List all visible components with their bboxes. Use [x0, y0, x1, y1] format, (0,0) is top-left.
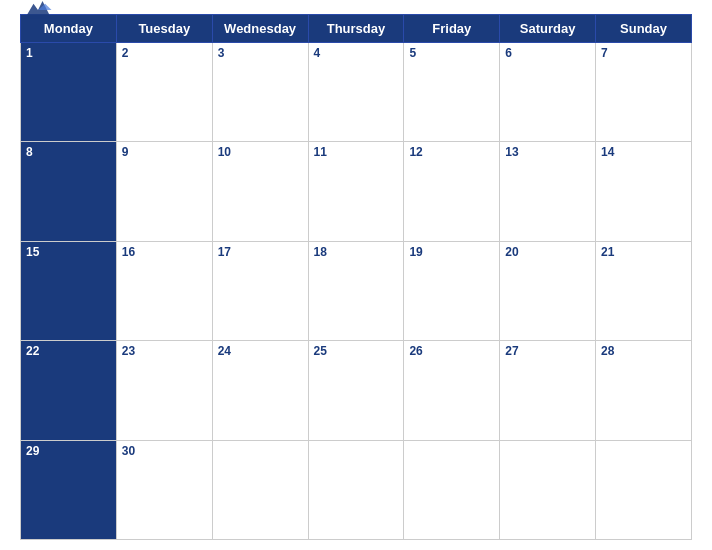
calendar-day-cell: 26: [404, 341, 500, 440]
day-number: 15: [26, 245, 39, 259]
calendar-week-row: 15161718192021: [21, 241, 692, 340]
calendar-day-cell: 25: [308, 341, 404, 440]
day-number: 23: [122, 344, 135, 358]
calendar-day-cell: 8: [21, 142, 117, 241]
logo: [20, 0, 56, 24]
day-number: 7: [601, 46, 608, 60]
calendar-day-cell: 10: [212, 142, 308, 241]
day-number: 27: [505, 344, 518, 358]
calendar-day-cell: 19: [404, 241, 500, 340]
calendar-header-row: MondayTuesdayWednesdayThursdayFridaySatu…: [21, 15, 692, 43]
day-number: 4: [314, 46, 321, 60]
calendar-week-row: 891011121314: [21, 142, 692, 241]
calendar-week-row: 1234567: [21, 43, 692, 142]
day-number: 10: [218, 145, 231, 159]
day-number: 19: [409, 245, 422, 259]
day-number: 13: [505, 145, 518, 159]
day-number: 21: [601, 245, 614, 259]
day-header-tuesday: Tuesday: [116, 15, 212, 43]
calendar-day-cell: 27: [500, 341, 596, 440]
day-number: 12: [409, 145, 422, 159]
calendar-day-cell: 1: [21, 43, 117, 142]
calendar-day-cell: 22: [21, 341, 117, 440]
day-number: 2: [122, 46, 129, 60]
calendar-day-cell: 16: [116, 241, 212, 340]
day-number: 17: [218, 245, 231, 259]
day-header-thursday: Thursday: [308, 15, 404, 43]
calendar-day-cell: [404, 440, 500, 539]
day-number: 6: [505, 46, 512, 60]
day-header-friday: Friday: [404, 15, 500, 43]
calendar-day-cell: 13: [500, 142, 596, 241]
day-number: 26: [409, 344, 422, 358]
day-number: 1: [26, 46, 33, 60]
calendar-day-cell: 29: [21, 440, 117, 539]
day-number: 3: [218, 46, 225, 60]
calendar-day-cell: [500, 440, 596, 539]
calendar-day-cell: 18: [308, 241, 404, 340]
calendar-day-cell: 21: [596, 241, 692, 340]
day-number: 24: [218, 344, 231, 358]
day-number: 25: [314, 344, 327, 358]
calendar-day-cell: [212, 440, 308, 539]
calendar-day-cell: 15: [21, 241, 117, 340]
calendar-day-cell: 3: [212, 43, 308, 142]
day-header-saturday: Saturday: [500, 15, 596, 43]
calendar-day-cell: 11: [308, 142, 404, 241]
calendar-day-cell: 5: [404, 43, 500, 142]
day-number: 22: [26, 344, 39, 358]
calendar-day-cell: 7: [596, 43, 692, 142]
day-number: 30: [122, 444, 135, 458]
calendar-day-cell: [596, 440, 692, 539]
day-number: 14: [601, 145, 614, 159]
calendar-table: MondayTuesdayWednesdayThursdayFridaySatu…: [20, 14, 692, 540]
day-number: 16: [122, 245, 135, 259]
calendar-day-cell: [308, 440, 404, 539]
calendar-day-cell: 4: [308, 43, 404, 142]
day-number: 11: [314, 145, 327, 159]
calendar-day-cell: 30: [116, 440, 212, 539]
calendar-day-cell: 20: [500, 241, 596, 340]
calendar-week-row: 22232425262728: [21, 341, 692, 440]
calendar-day-cell: 14: [596, 142, 692, 241]
calendar-day-cell: 24: [212, 341, 308, 440]
day-number: 20: [505, 245, 518, 259]
day-number: 8: [26, 145, 33, 159]
calendar-day-cell: 28: [596, 341, 692, 440]
calendar-day-cell: 2: [116, 43, 212, 142]
calendar-day-cell: 9: [116, 142, 212, 241]
day-number: 18: [314, 245, 327, 259]
day-number: 5: [409, 46, 416, 60]
calendar-day-cell: 23: [116, 341, 212, 440]
calendar-day-cell: 17: [212, 241, 308, 340]
day-number: 9: [122, 145, 129, 159]
day-header-wednesday: Wednesday: [212, 15, 308, 43]
calendar-day-cell: 6: [500, 43, 596, 142]
day-number: 28: [601, 344, 614, 358]
day-number: 29: [26, 444, 39, 458]
calendar-day-cell: 12: [404, 142, 500, 241]
day-header-sunday: Sunday: [596, 15, 692, 43]
calendar-week-row: 2930: [21, 440, 692, 539]
